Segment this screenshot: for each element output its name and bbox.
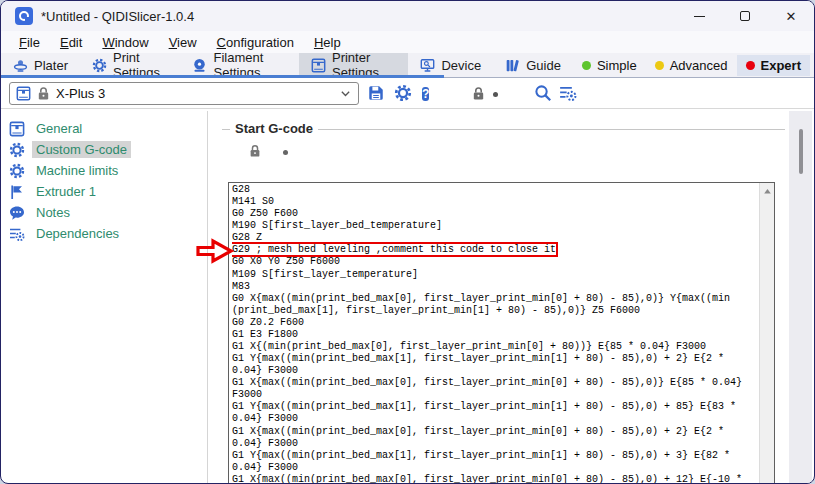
window-title: *Untitled - QIDISlicer-1.0.4 — [41, 9, 194, 24]
groupbox-title: Start G-code — [230, 121, 318, 136]
gcode-line: M109 S[first_layer_temperature] — [232, 269, 757, 281]
gcode-line: G1 E3 F1800 — [232, 329, 757, 341]
editor-scrollbar[interactable] — [759, 183, 774, 484]
printer-icon — [16, 86, 31, 101]
plater-icon — [13, 58, 28, 73]
sidebar-item-label: Extruder 1 — [32, 183, 100, 200]
preset-toolbar: X-Plus 3 ? — [1, 78, 814, 109]
menu-help[interactable]: Help — [304, 33, 351, 52]
gcode-line: M83 — [232, 281, 757, 293]
tab-print-settings[interactable]: Print Settings — [80, 53, 181, 77]
gcode-line: G1 X{max((min(print_bed_max[0], first_la… — [232, 474, 757, 484]
gcode-line: 0.04} F3000 — [232, 365, 757, 377]
sidebar-item-notes[interactable]: Notes — [1, 202, 207, 223]
dot-indicator — [283, 150, 288, 155]
tab-filament-settings[interactable]: Filament Settings — [180, 53, 299, 77]
gcode-line: M190 S[first_layer_bed_temperature] — [232, 220, 757, 232]
app-window: *Untitled - QIDISlicer-1.0.4 ✕ FileEditW… — [0, 0, 815, 484]
gcode-line: G1 Y{max((min(print_bed_max[1], first_la… — [232, 353, 757, 365]
gcode-line: G1 X{(min(print_bed_max[0], first_layer_… — [232, 341, 757, 353]
lock-icon — [248, 144, 262, 158]
gcode-line: G1 Y{max((min(print_bed_max[1], first_la… — [232, 450, 757, 462]
gcode-line: G1 X{max((min(print_bed_max[0], first_la… — [232, 426, 757, 438]
gcode-line: G0 Z50 F600 — [232, 208, 757, 220]
close-icon: ✕ — [786, 10, 797, 23]
dependencies-icon — [9, 226, 25, 242]
mode-advanced[interactable]: Advanced — [646, 55, 737, 76]
app-logo-icon — [15, 7, 33, 25]
maximize-icon — [740, 11, 750, 21]
gcode-line: G1 Y{max((min(print_bed_max[1], first_la… — [232, 401, 757, 413]
mode-expert[interactable]: Expert — [737, 55, 810, 76]
tab-label: Device — [441, 58, 481, 73]
page-scrollbar[interactable] — [789, 111, 812, 483]
printer-icon — [311, 58, 326, 73]
tab-plater[interactable]: Plater — [1, 53, 80, 77]
lock-icon — [36, 86, 51, 101]
sidebar-item-general[interactable]: General — [1, 118, 207, 139]
sidebar-item-dependencies[interactable]: Dependencies — [1, 223, 207, 244]
sidebar-item-extruder-1[interactable]: Extruder 1 — [1, 181, 207, 202]
title-bar[interactable]: *Untitled - QIDISlicer-1.0.4 ✕ — [1, 1, 814, 31]
mode-simple[interactable]: Simple — [573, 55, 646, 76]
main-panel: Start G-code G28M141 S0G0 Z50 F600M190 S… — [208, 111, 814, 483]
sidebar-item-machine-limits[interactable]: Machine limits — [1, 160, 207, 181]
mode-label: Simple — [597, 58, 637, 73]
save-preset-button[interactable] — [367, 84, 385, 102]
start-gcode-textarea[interactable]: G28M141 S0G0 Z50 F600M190 S[first_layer_… — [228, 182, 775, 484]
preset-settings-button[interactable] — [394, 84, 412, 102]
sidebar-item-label: Notes — [32, 204, 74, 221]
lock-icon — [471, 86, 486, 104]
dot-indicator — [493, 92, 498, 97]
menu-file[interactable]: File — [9, 33, 50, 52]
scroll-up-icon[interactable] — [762, 186, 773, 197]
gear-icon — [9, 142, 25, 158]
sidebar-item-label: Custom G-code — [32, 141, 131, 158]
gcode-line-highlighted: G29 ; mesh bed leveling ,comment this co… — [232, 244, 757, 256]
gear-icon — [92, 58, 107, 73]
sidebar-item-custom-g-code[interactable]: Custom G-code — [1, 139, 207, 160]
tab-printer-settings[interactable]: Printer Settings — [299, 53, 409, 77]
sidebar-item-label: Machine limits — [32, 162, 122, 179]
close-button[interactable]: ✕ — [768, 1, 814, 31]
printer-preset-select[interactable]: X-Plus 3 — [9, 82, 359, 105]
gcode-line: 0.04} F3000 — [232, 438, 757, 450]
gcode-line: G1 X{max((min(print_bed_max[0], first_la… — [232, 377, 757, 389]
filament-icon — [192, 58, 207, 73]
guide-icon — [505, 58, 520, 73]
gcode-line: G28 Z — [232, 232, 757, 244]
tab-label: Guide — [526, 58, 561, 73]
search-button[interactable] — [534, 84, 552, 102]
printer-icon — [9, 121, 25, 137]
help-button[interactable]: ? — [422, 84, 440, 102]
gcode-line: 0.04} F3000 — [232, 413, 757, 425]
gcode-line: 0.04} F3000 — [232, 462, 757, 474]
advanced-dot-icon — [655, 61, 664, 70]
gcode-line: G0 Z0.2 F600 — [232, 317, 757, 329]
gcode-line: (print_bed_max[1], first_layer_print_min… — [232, 305, 757, 317]
gcode-line: G0 X{max((min(print_bed_max[0], first_la… — [232, 293, 757, 305]
page-scrollbar-thumb[interactable] — [799, 129, 803, 174]
settings-sidebar: GeneralCustom G-codeMachine limitsExtrud… — [1, 111, 208, 483]
chevron-down-icon — [339, 87, 352, 100]
gear-icon — [9, 163, 25, 179]
menu-window[interactable]: Window — [92, 33, 158, 52]
menu-edit[interactable]: Edit — [50, 33, 92, 52]
menu-view[interactable]: View — [159, 33, 207, 52]
gcode-line: G0 X0 Y0 Z50 F6000 — [232, 256, 757, 268]
menu-configuration[interactable]: Configuration — [207, 33, 304, 52]
notes-icon — [9, 205, 25, 221]
gcode-line: M141 S0 — [232, 196, 757, 208]
annotation-arrow-icon — [195, 237, 235, 265]
flag-icon — [9, 184, 25, 200]
tab-device[interactable]: Device — [408, 53, 493, 77]
device-icon — [420, 58, 435, 73]
gcode-line: G28 — [232, 184, 757, 196]
mode-label: Advanced — [670, 58, 728, 73]
minimize-button[interactable] — [676, 1, 722, 31]
tab-guide[interactable]: Guide — [493, 53, 573, 77]
search-settings-button[interactable] — [559, 84, 577, 102]
expert-dot-icon — [746, 61, 755, 70]
maximize-button[interactable] — [722, 1, 768, 31]
help-icon: ? — [422, 87, 429, 101]
